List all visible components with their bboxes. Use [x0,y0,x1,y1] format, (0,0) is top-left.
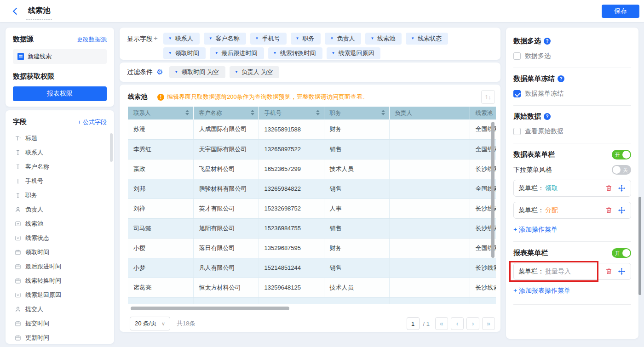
field-item[interactable]: 职务 [13,188,107,202]
first-page-button[interactable]: « [435,317,448,330]
menu-item-value[interactable]: 批量导入 [545,267,571,276]
table-cell [389,297,470,304]
column-header[interactable]: 负责人 [389,107,470,119]
menu-item-value[interactable]: 分配 [545,206,558,215]
menu-item-prefix: 菜单栏： [518,206,544,215]
caret-down-icon: ▼ [168,51,172,55]
column-header[interactable]: 职务 [324,107,389,119]
table-cell: 腾骏材料有限公司 [193,179,259,199]
delete-icon[interactable] [604,267,613,276]
table-horizontal-scrollbar[interactable] [131,307,289,310]
sort-arrows-icon[interactable] [316,110,320,115]
display-field-chip[interactable]: ▼领取时间 [163,47,206,59]
field-item-label: 线索状态 [25,234,49,242]
delete-icon[interactable] [604,184,613,193]
display-field-chip[interactable]: ▼客户名称 [204,33,246,45]
page-scrollbar[interactable] [638,197,641,295]
last-page-button[interactable]: » [482,317,495,330]
display-field-chip[interactable]: ▼线索池 [365,33,402,45]
filter-condition-chip[interactable]: ▼领取时间 为空 [169,66,225,78]
next-page-button[interactable]: › [466,317,479,330]
add-action-menu-link[interactable]: + 添加操作菜单 [513,226,631,234]
field-item[interactable]: 手机号 [13,174,107,188]
display-field-chip[interactable]: ▼职务 [291,33,321,45]
page-size-value: 20 条/页 [135,319,157,328]
field-item[interactable]: 联系人 [13,145,107,159]
datasource-item[interactable]: 新建线索 [13,49,107,64]
add-report-action-menu-link[interactable]: + 添加报表操作菜单 [513,287,631,295]
display-field-chip[interactable]: ▼线索转换时间 [268,47,322,59]
table-cell [389,218,470,238]
user-field-icon [15,306,21,313]
table-vertical-scrollbar[interactable] [491,122,494,258]
field-item[interactable]: 线索池 [13,216,107,231]
menu-freeze-checkbox-row[interactable]: 数据菜单冻结 [513,90,631,98]
multi-select-checkbox-row[interactable]: 数据多选 [513,52,631,60]
field-item[interactable]: 线索转换时间 [13,273,107,288]
help-icon[interactable]: ? [544,38,551,45]
sort-order-button[interactable]: 1↓ [481,90,495,104]
filter-settings-gear-icon[interactable]: ⚙ [156,68,163,76]
field-item-label: 联系人 [25,148,43,157]
add-display-field-button[interactable]: + [154,34,158,55]
table-row: 苏漫大成国际有限公司13265891588财务全国线索池 [128,119,496,139]
settings-panel: 数据多选 ? 数据多选 数据菜单冻结 ? 数据菜单冻结 原始数据 ? 查看原始数… [506,28,638,339]
display-field-chip[interactable]: ▼负责人 [325,33,361,45]
dropdown-style-toggle-off[interactable]: 关 [612,165,631,175]
save-button[interactable]: 保存 [602,5,639,18]
move-icon[interactable] [617,184,626,193]
report-permission-button[interactable]: 报表权限 [13,86,107,101]
table-cell: 销售 [324,218,389,238]
back-icon[interactable] [13,7,20,15]
move-icon[interactable] [617,206,626,215]
permission-title: 数据获取权限 [13,72,107,81]
field-item[interactable]: 标题 [13,131,107,145]
toggle-on-label: 开 [615,250,620,257]
add-formula-field-link[interactable]: + 公式字段 [78,118,107,126]
prev-page-button[interactable]: ‹ [451,317,464,330]
checkbox-unchecked[interactable] [513,128,521,135]
dropdown-style-label: 下拉菜单风格 [513,166,552,174]
sort-arrows-icon[interactable] [381,110,385,115]
column-header[interactable]: 手机号 [259,107,324,119]
page-size-select[interactable]: 20 条/页 ∨ [130,317,170,330]
help-icon[interactable]: ? [558,75,564,82]
menu-item-value[interactable]: 领取 [545,184,558,193]
field-item[interactable]: 负责人 [13,202,107,216]
field-item[interactable]: 线索状态 [13,231,107,245]
table-cell: 长沙线索池 [470,258,496,278]
text-field-icon [15,192,21,199]
display-field-chip[interactable]: ▼线索退回原因 [327,47,381,59]
fields-scrollbar[interactable] [110,133,113,162]
report-menu-toggle-on[interactable]: 开 [612,248,631,258]
field-item[interactable]: 客户名称 [13,159,107,174]
delete-icon[interactable] [604,206,613,215]
table-menu-toggle-on[interactable]: 开 [612,150,631,159]
column-header[interactable]: 线索池 [470,107,496,119]
field-item[interactable]: 最后跟进时间 [13,259,107,273]
checkbox-unchecked[interactable] [513,52,521,60]
field-item[interactable]: 线索退回原因 [13,288,107,302]
change-datasource-link[interactable]: 更改数据源 [77,35,107,44]
sort-arrows-icon[interactable] [185,110,189,115]
display-field-chip[interactable]: ▼最后跟进时间 [210,47,264,59]
filter-condition-chip[interactable]: ▼负责人 为空 [230,66,280,78]
checkbox-checked[interactable] [513,90,521,97]
column-header[interactable]: 客户名称 [193,107,259,119]
chip-label: 手机号 [262,34,280,43]
table-title: 线索池 [128,93,147,101]
field-item[interactable]: 提交人 [13,302,107,316]
move-icon[interactable] [617,267,626,276]
caret-down-icon: ▼ [215,51,218,55]
field-item[interactable]: 更新时间 [13,330,107,344]
field-item[interactable]: 提交时间 [13,316,107,330]
display-field-chip[interactable]: ▼联系人 [163,33,200,45]
field-item[interactable]: 领取时间 [13,245,107,259]
raw-data-checkbox-row[interactable]: 查看原始数据 [513,127,631,136]
display-field-chip[interactable]: ▼手机号 [250,33,287,45]
current-page-input[interactable]: 1 [407,317,420,330]
column-header[interactable]: 联系人 [128,107,193,119]
display-field-chip[interactable]: ▼线索状态 [406,33,448,45]
sort-arrows-icon[interactable] [251,110,254,115]
help-icon[interactable]: ? [544,113,551,120]
